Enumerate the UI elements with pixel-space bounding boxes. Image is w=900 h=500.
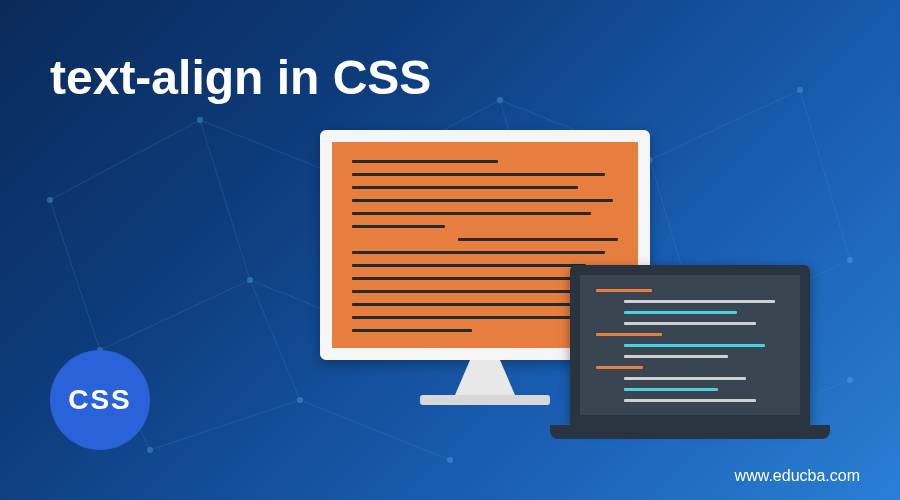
svg-point-38 (847, 377, 853, 383)
svg-line-10 (50, 200, 100, 350)
svg-line-17 (300, 400, 450, 460)
laptop-screen (570, 265, 810, 425)
badge-label: CSS (68, 384, 132, 416)
monitor-base (420, 395, 550, 405)
svg-line-11 (200, 120, 250, 280)
svg-line-4 (650, 90, 800, 160)
svg-point-29 (247, 277, 253, 283)
svg-point-33 (847, 257, 853, 263)
footer-url: www.educba.com (735, 467, 860, 485)
svg-line-5 (100, 280, 250, 350)
svg-point-36 (447, 457, 453, 463)
svg-point-34 (147, 447, 153, 453)
monitor-stand (455, 360, 515, 395)
svg-point-25 (497, 97, 503, 103)
svg-line-0 (50, 120, 200, 200)
svg-point-27 (797, 87, 803, 93)
svg-point-23 (197, 117, 203, 123)
svg-point-35 (297, 397, 303, 403)
svg-point-22 (47, 197, 53, 203)
svg-line-16 (150, 400, 300, 450)
css-badge: CSS (50, 350, 150, 450)
svg-line-15 (800, 90, 850, 260)
svg-line-19 (250, 280, 300, 400)
page-title: text-align in CSS (50, 50, 431, 105)
laptop-base (550, 425, 830, 439)
laptop (570, 265, 830, 439)
